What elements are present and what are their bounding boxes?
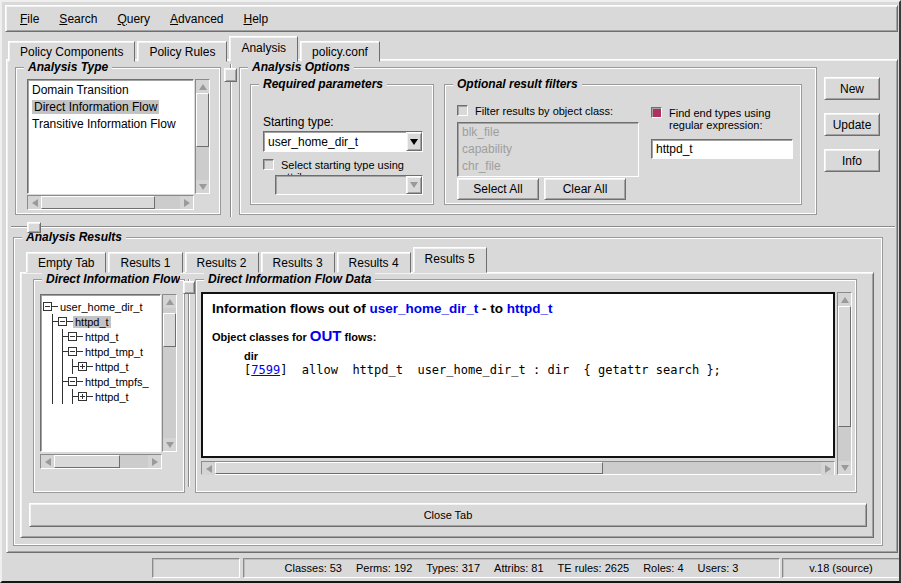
data-vscrollbar[interactable] bbox=[837, 292, 852, 475]
scroll-thumb[interactable] bbox=[41, 196, 155, 209]
tree-node-label[interactable]: httpd_t bbox=[93, 361, 131, 373]
list-item[interactable]: Domain Transition bbox=[28, 82, 193, 99]
data-hscrollbar[interactable] bbox=[201, 461, 835, 475]
tree-children: httpd_thttpd_tmp_thttpd_thttpd_tmpfs_htt… bbox=[62, 329, 158, 404]
tree-node-label[interactable]: httpd_t bbox=[83, 331, 121, 343]
tree-node-label[interactable]: httpd_t bbox=[93, 391, 131, 403]
tree-node-label[interactable]: httpd_t bbox=[73, 316, 111, 328]
new-button[interactable]: New bbox=[824, 77, 880, 100]
scroll-trough[interactable] bbox=[41, 196, 180, 209]
pane-sash-handle[interactable] bbox=[224, 68, 237, 82]
results-page: Direct Information Flow T user_home_dir_… bbox=[20, 272, 874, 538]
pane-sash-horizontal[interactable] bbox=[11, 226, 895, 228]
scroll-trough[interactable] bbox=[838, 306, 851, 461]
pane-sash-handle[interactable] bbox=[27, 222, 41, 233]
scroll-left-icon[interactable] bbox=[28, 196, 41, 209]
results-tab-results-1[interactable]: Results 1 bbox=[108, 252, 182, 273]
analysis-page: Analysis Type Domain TransitionDirect In… bbox=[6, 59, 898, 553]
required-parameters-frame: Required parameters Starting type: Selec… bbox=[250, 84, 434, 205]
scroll-thumb[interactable] bbox=[196, 93, 209, 147]
list-item: blk_file bbox=[458, 124, 638, 141]
flow-data-text[interactable]: Information flows out of user_home_dir_t… bbox=[201, 292, 835, 458]
menu-query[interactable]: Query bbox=[107, 6, 160, 31]
flow-tree[interactable]: user_home_dir_thttpd_thttpd_thttpd_tmp_t… bbox=[40, 294, 161, 452]
menu-advanced[interactable]: Advanced bbox=[160, 6, 233, 31]
results-tab-results-4[interactable]: Results 4 bbox=[337, 252, 411, 273]
analysis-type-hscrollbar[interactable] bbox=[27, 195, 194, 210]
menu-file[interactable]: File bbox=[10, 6, 49, 31]
menu-search[interactable]: Search bbox=[49, 6, 107, 31]
flow-tree-title: Direct Information Flow T bbox=[42, 272, 180, 286]
tree-node-label[interactable]: user_home_dir_t bbox=[58, 301, 145, 313]
list-item[interactable]: Direct Information Flow bbox=[28, 99, 193, 116]
stat-item: TE rules: 2625 bbox=[558, 562, 630, 574]
collapse-minus-icon[interactable] bbox=[68, 347, 77, 356]
analysis-options-title: Analysis Options bbox=[248, 60, 354, 74]
expand-plus-icon[interactable] bbox=[78, 362, 87, 371]
object-class-listbox[interactable]: blk_filecapabilitychr_file bbox=[457, 122, 639, 177]
list-item[interactable]: Transitive Information Flow bbox=[28, 116, 193, 133]
collapse-minus-icon[interactable] bbox=[58, 317, 67, 326]
filter-object-class-checkbox[interactable] bbox=[457, 105, 468, 116]
clear-all-button[interactable]: Clear All bbox=[544, 178, 626, 200]
scroll-up-icon[interactable] bbox=[838, 293, 851, 306]
analysis-type-vscrollbar[interactable] bbox=[195, 79, 210, 194]
policy-stats: Classes: 53Perms: 192Types: 317Attribs: … bbox=[243, 558, 780, 578]
collapse-minus-icon[interactable] bbox=[43, 302, 52, 311]
results-tab-results-2[interactable]: Results 2 bbox=[185, 252, 259, 273]
scroll-down-icon[interactable] bbox=[838, 461, 851, 474]
select-all-button[interactable]: Select All bbox=[457, 178, 539, 200]
scroll-trough[interactable] bbox=[54, 455, 148, 468]
regex-input[interactable] bbox=[651, 139, 793, 159]
expand-plus-icon[interactable] bbox=[78, 392, 87, 401]
update-button[interactable]: Update bbox=[824, 113, 880, 136]
regex-checkbox[interactable] bbox=[651, 107, 662, 118]
pane-sash-vertical[interactable] bbox=[230, 64, 232, 217]
tab-policy-conf[interactable]: policy.conf bbox=[300, 41, 380, 62]
scroll-thumb[interactable] bbox=[54, 455, 120, 468]
results-tab-results-3[interactable]: Results 3 bbox=[261, 252, 335, 273]
scroll-trough[interactable] bbox=[215, 462, 821, 474]
scroll-trough[interactable] bbox=[163, 308, 176, 438]
rule-number-link[interactable]: 7599 bbox=[251, 363, 280, 377]
menu-help[interactable]: Help bbox=[233, 6, 278, 31]
analysis-type-listbox[interactable]: Domain TransitionDirect Information Flow… bbox=[27, 79, 194, 194]
scroll-right-icon[interactable] bbox=[180, 196, 193, 209]
apol-window: FileSearchQueryAdvancedHelp Policy Compo… bbox=[0, 0, 901, 583]
chevron-down-icon[interactable] bbox=[406, 132, 422, 151]
optional-filters-title: Optional result filters bbox=[453, 77, 582, 91]
scroll-up-icon[interactable] bbox=[163, 295, 176, 308]
tab-policy-rules[interactable]: Policy Rules bbox=[137, 41, 227, 62]
stat-item: Roles: 4 bbox=[643, 562, 683, 574]
tree-node-label[interactable]: httpd_tmp_t bbox=[83, 346, 145, 358]
results-sash-handle[interactable] bbox=[183, 281, 195, 294]
tab-policy-components[interactable]: Policy Components bbox=[8, 41, 135, 62]
scroll-thumb[interactable] bbox=[215, 462, 603, 474]
tab-analysis[interactable]: Analysis bbox=[229, 36, 298, 62]
analysis-options-frame: Analysis Options Required parameters Sta… bbox=[239, 67, 817, 215]
scroll-up-icon[interactable] bbox=[196, 80, 209, 93]
tree-vscrollbar[interactable] bbox=[162, 294, 177, 452]
info-button[interactable]: Info bbox=[824, 149, 880, 172]
scroll-thumb[interactable] bbox=[838, 306, 851, 427]
scroll-left-icon[interactable] bbox=[202, 462, 215, 475]
optional-filters-frame: Optional result filters Filter results b… bbox=[444, 84, 802, 205]
results-tab-empty-tab[interactable]: Empty Tab bbox=[26, 252, 106, 273]
tree-hscrollbar[interactable] bbox=[40, 454, 162, 469]
close-tab-button[interactable]: Close Tab bbox=[29, 503, 867, 527]
results-tab-results-5[interactable]: Results 5 bbox=[413, 247, 487, 273]
attrib-combobox[interactable] bbox=[275, 175, 423, 195]
scroll-left-icon[interactable] bbox=[41, 455, 54, 468]
scroll-trough[interactable] bbox=[196, 93, 209, 180]
results-sash-vertical[interactable] bbox=[188, 279, 190, 487]
collapse-minus-icon[interactable] bbox=[68, 332, 77, 341]
scroll-down-icon[interactable] bbox=[196, 180, 209, 193]
attrib-checkbox[interactable] bbox=[263, 159, 274, 170]
starting-type-combobox[interactable] bbox=[263, 131, 423, 152]
scroll-thumb[interactable] bbox=[163, 313, 176, 347]
scroll-right-icon[interactable] bbox=[821, 462, 834, 475]
collapse-minus-icon[interactable] bbox=[68, 377, 77, 386]
tree-node-label[interactable]: httpd_tmpfs_ bbox=[83, 376, 151, 388]
scroll-down-icon[interactable] bbox=[163, 438, 176, 451]
scroll-right-icon[interactable] bbox=[148, 455, 161, 468]
